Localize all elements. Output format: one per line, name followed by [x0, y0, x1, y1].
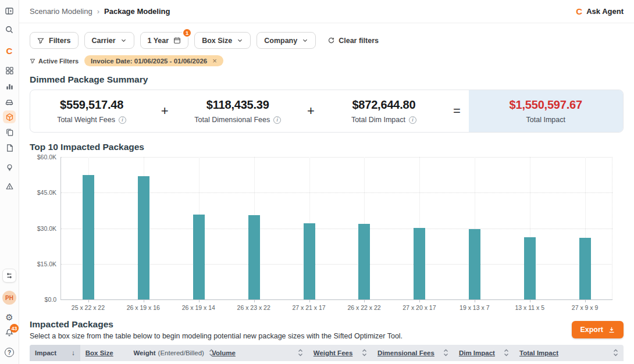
carrier-dropdown[interactable]: Carrier [84, 32, 134, 49]
active-filter-pill[interactable]: Invoice Date: 01/06/2025 - 01/06/2026 × [84, 55, 223, 66]
chart-bar[interactable] [138, 176, 149, 299]
sidebar: C PH ⚙ 43 ? [0, 0, 19, 364]
topbar: Scenario Modeling › Package Modeling C A… [19, 0, 634, 23]
table-header-impact[interactable]: Impact↓ [30, 345, 80, 361]
document-icon[interactable] [3, 141, 16, 154]
active-filters-label: Active Filters [30, 58, 79, 65]
table-header-row: Impact↓Box SizeWeight(Entered/Billed)Vol… [30, 345, 624, 361]
chart-bar[interactable] [248, 215, 260, 299]
sort-both-icon[interactable] [443, 349, 448, 358]
lightbulb-icon[interactable] [3, 161, 16, 174]
remove-filter-icon[interactable]: × [212, 57, 217, 65]
summary-label: Total Dimensional Fees [194, 116, 270, 124]
help-icon[interactable]: ? [5, 348, 14, 357]
table-header-weight[interactable]: Weight(Entered/Billed) [128, 345, 206, 361]
sort-both-icon[interactable] [362, 349, 367, 358]
brand-logo[interactable]: C [3, 44, 16, 57]
box-size-dropdown[interactable]: Box Size [194, 32, 251, 49]
chart-plot: $60.0K$45.0K$30.0K$15.0K$0.0 [60, 157, 612, 300]
sort-icon [443, 349, 448, 356]
chart-bar-slot [447, 157, 503, 299]
search-icon[interactable] [3, 23, 16, 36]
column-label: Weight Fees [314, 349, 353, 356]
x-axis-label: 25 x 22 x 22 [60, 304, 116, 311]
impacted-packages-title: Impacted Packages [30, 319, 403, 330]
chart-bar[interactable] [469, 229, 480, 299]
table-header-dimensional-fees[interactable]: Dimensional Fees [372, 345, 454, 361]
chart-bar[interactable] [304, 223, 315, 299]
table-header-dim-impact[interactable]: Dim Impact [454, 345, 514, 361]
swap-accounts-button[interactable] [2, 269, 16, 283]
sort-desc-icon[interactable]: ↓ [72, 349, 75, 357]
chart-bar[interactable] [414, 228, 425, 299]
table-header-volume[interactable]: Volume [206, 345, 308, 361]
summary-card: $559,517.48 Total Weight Feesi + $118,43… [30, 90, 624, 133]
package-modeling-icon[interactable] [3, 110, 16, 123]
user-avatar[interactable]: PH [2, 291, 16, 305]
sort-both-icon[interactable] [504, 349, 509, 358]
chart-bar[interactable] [579, 238, 591, 299]
chart-bar-slot [61, 157, 116, 299]
x-axis-label: 26 x 19 x 14 [171, 304, 226, 311]
chart-x-labels: 25 x 22 x 2226 x 19 x 1626 x 19 x 1426 x… [60, 304, 612, 311]
settings-gear-icon[interactable]: ⚙ [3, 311, 16, 323]
chart-bar[interactable] [83, 175, 94, 299]
column-label: Weight [133, 349, 155, 356]
table-header-box-size[interactable]: Box Size [80, 345, 129, 361]
calendar-icon [173, 37, 181, 44]
chart-bar-slot [116, 157, 172, 299]
x-axis-label: 27 x 21 x 17 [282, 304, 337, 311]
x-axis-label: 27 x 9 x 9 [557, 304, 612, 311]
breadcrumb-separator-icon: › [97, 7, 99, 16]
summary-item-dimensional-fees: $118,435.39 Total Dimensional Feesi [176, 90, 299, 132]
bar-chart-icon[interactable] [3, 80, 16, 92]
summary-item-weight-fees: $559,517.48 Total Weight Feesi [30, 90, 153, 132]
company-dropdown[interactable]: Company [257, 32, 316, 49]
plus-operator: + [153, 90, 176, 132]
summary-value: $559,517.48 [60, 98, 123, 112]
y-axis-label: $45.0K [31, 189, 56, 196]
clear-filters-button[interactable]: Clear filters [325, 32, 381, 49]
top-packages-chart: $60.0K$45.0K$30.0K$15.0K$0.0 25 x 22 x 2… [30, 157, 624, 311]
notifications-bell[interactable]: 43 [5, 328, 14, 340]
date-range-dropdown[interactable]: 1 Year 1 [140, 32, 189, 49]
table-header-total-impact[interactable]: Total Impact [514, 345, 624, 361]
download-icon [608, 326, 615, 334]
warning-triangle-icon[interactable] [3, 180, 16, 192]
copy-icon[interactable] [3, 126, 16, 138]
column-label: Dimensional Fees [377, 349, 434, 356]
export-button[interactable]: Export [572, 321, 624, 338]
refresh-icon [327, 37, 335, 44]
column-label: Total Impact [519, 349, 558, 356]
info-icon[interactable]: i [273, 116, 281, 124]
chart-bar[interactable] [193, 215, 205, 299]
breadcrumb-current: Package Modeling [104, 7, 170, 16]
total-impact-value: $1,550,597.67 [510, 98, 582, 112]
column-label: Dim Impact [459, 349, 495, 356]
vehicle-icon[interactable] [3, 95, 16, 108]
x-axis-label: 27 x 20 x 17 [391, 304, 447, 311]
info-icon[interactable]: i [409, 116, 416, 124]
chart-bar[interactable] [524, 237, 536, 299]
chart-bar-slot [282, 157, 337, 299]
table-header-weight-fees[interactable]: Weight Fees [308, 345, 372, 361]
info-icon[interactable]: i [119, 116, 126, 124]
sort-both-icon[interactable] [298, 349, 303, 358]
summary-item-dim-impact: $872,644.80 Total Dim Impacti [322, 90, 445, 132]
chevron-down-icon [237, 37, 243, 44]
dashboard-grid-icon[interactable] [3, 64, 16, 77]
date-filter-count-badge: 1 [182, 28, 192, 38]
ask-agent-button[interactable]: C Ask Agent [576, 6, 624, 16]
active-filter-pill-text: Invoice Date: 01/06/2025 - 01/06/2026 [91, 58, 207, 65]
chart-bar[interactable] [358, 224, 370, 299]
breadcrumb-parent[interactable]: Scenario Modeling [30, 7, 92, 16]
filters-button[interactable]: Filters [30, 32, 79, 49]
summary-value: $872,644.80 [352, 98, 415, 112]
column-sublabel: (Entered/Billed) [158, 349, 204, 356]
y-axis-label: $15.0K [31, 260, 56, 267]
panel-toggle-icon[interactable] [3, 5, 16, 17]
agent-logo-icon: C [576, 6, 582, 16]
sort-both-icon[interactable] [613, 349, 618, 358]
breadcrumb: Scenario Modeling › Package Modeling [30, 7, 170, 16]
chart-bar-slot [392, 157, 447, 299]
